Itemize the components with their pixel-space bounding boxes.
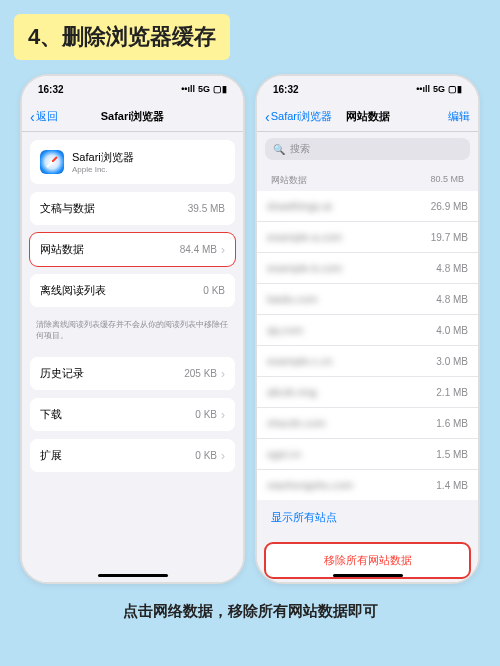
- search-placeholder: 搜索: [290, 142, 310, 156]
- site-host: example-c.cn: [267, 355, 436, 367]
- site-size: 4.8 MB: [436, 263, 468, 274]
- app-info-row: Safari浏览器 Apple Inc.: [30, 140, 235, 184]
- offline-note: 清除离线阅读列表缓存并不会从你的阅读列表中移除任何项目。: [22, 315, 243, 349]
- chevron-left-icon: ‹: [30, 110, 35, 124]
- site-size: 2.1 MB: [436, 387, 468, 398]
- site-row[interactable]: alicdn.img2.1 MB: [257, 377, 478, 408]
- site-host: example-b.com: [267, 262, 436, 274]
- app-name: Safari浏览器: [72, 150, 134, 165]
- nav-bar: ‹ 返回 Safari浏览器: [22, 102, 243, 132]
- back-button[interactable]: ‹ 返回: [30, 109, 58, 124]
- nav-bar: ‹ Safari浏览器 网站数据 编辑: [257, 102, 478, 132]
- phone-left: 16:32 ••ıll 5G ▢▮ ‹ 返回 Safari浏览器: [20, 74, 245, 584]
- site-host: example-a.com: [267, 231, 431, 243]
- site-host: sgsl.cn: [267, 448, 436, 460]
- chevron-right-icon: ›: [221, 408, 225, 422]
- app-vendor: Apple Inc.: [72, 165, 134, 174]
- row-value: 205 KB: [184, 368, 217, 379]
- site-size: 26.9 MB: [431, 201, 468, 212]
- section-total: 80.5 MB: [430, 174, 464, 187]
- remove-all-button[interactable]: 移除所有网站数据: [265, 543, 470, 578]
- search-input[interactable]: 🔍 搜索: [265, 138, 470, 160]
- site-row[interactable]: example-b.com4.8 MB: [257, 253, 478, 284]
- back-label: Safari浏览器: [271, 109, 333, 124]
- site-row[interactable]: sgsl.cn1.5 MB: [257, 439, 478, 470]
- section-header: 网站数据 80.5 MB: [257, 166, 478, 191]
- safari-icon: [40, 150, 64, 174]
- row-label: 网站数据: [40, 242, 180, 257]
- row-label: 历史记录: [40, 366, 184, 381]
- site-row[interactable]: xhscdn.com1.6 MB: [257, 408, 478, 439]
- network-icon: 5G: [433, 84, 445, 94]
- edit-button[interactable]: 编辑: [448, 109, 470, 124]
- section-label: 网站数据: [271, 174, 307, 187]
- battery-icon: ▢▮: [213, 84, 227, 94]
- site-size: 1.5 MB: [436, 449, 468, 460]
- site-row[interactable]: xiaohongshu.com1.4 MB: [257, 470, 478, 500]
- phone-right: 16:32 ••ıll 5G ▢▮ ‹ Safari浏览器 网站数据 编辑 🔍: [255, 74, 480, 584]
- row-history[interactable]: 历史记录 205 KB ›: [30, 357, 235, 390]
- show-all-sites-link[interactable]: 显示所有站点: [257, 500, 478, 535]
- site-size: 4.0 MB: [436, 325, 468, 336]
- row-value: 0 KB: [203, 285, 225, 296]
- back-label: 返回: [36, 109, 58, 124]
- caption: 点击网络数据，移除所有网站数据即可: [14, 602, 486, 621]
- row-docs-data[interactable]: 文稿与数据 39.5 MB: [30, 192, 235, 225]
- row-downloads[interactable]: 下载 0 KB ›: [30, 398, 235, 431]
- site-size: 1.4 MB: [436, 480, 468, 491]
- status-bar: 16:32 ••ıll 5G ▢▮: [22, 76, 243, 102]
- site-row[interactable]: qq.com4.0 MB: [257, 315, 478, 346]
- row-label: 文稿与数据: [40, 201, 188, 216]
- site-host: qq.com: [267, 324, 436, 336]
- chevron-right-icon: ›: [221, 243, 225, 257]
- site-row[interactable]: baidu.com4.8 MB: [257, 284, 478, 315]
- site-size: 4.8 MB: [436, 294, 468, 305]
- chevron-right-icon: ›: [221, 449, 225, 463]
- network-icon: 5G: [198, 84, 210, 94]
- site-size: 19.7 MB: [431, 232, 468, 243]
- site-size: 3.0 MB: [436, 356, 468, 367]
- status-time: 16:32: [38, 84, 64, 95]
- row-label: 扩展: [40, 448, 195, 463]
- status-bar: 16:32 ••ıll 5G ▢▮: [257, 76, 478, 102]
- site-host: xhscdn.com: [267, 417, 436, 429]
- row-label: 下载: [40, 407, 195, 422]
- step-banner: 4、删除浏览器缓存: [14, 14, 230, 60]
- site-size: 1.6 MB: [436, 418, 468, 429]
- row-label: 离线阅读列表: [40, 283, 203, 298]
- phone-pair: 16:32 ••ıll 5G ▢▮ ‹ 返回 Safari浏览器: [14, 74, 486, 584]
- search-icon: 🔍: [273, 144, 285, 155]
- chevron-right-icon: ›: [221, 367, 225, 381]
- site-host: baidu.com: [267, 293, 436, 305]
- site-row[interactable]: drawthings.ai26.9 MB: [257, 191, 478, 222]
- battery-icon: ▢▮: [448, 84, 462, 94]
- row-offline-reading[interactable]: 离线阅读列表 0 KB: [30, 274, 235, 307]
- site-row[interactable]: example-c.cn3.0 MB: [257, 346, 478, 377]
- site-host: xiaohongshu.com: [267, 479, 436, 491]
- site-row[interactable]: example-a.com19.7 MB: [257, 222, 478, 253]
- chevron-left-icon: ‹: [265, 110, 270, 124]
- home-indicator[interactable]: [333, 574, 403, 577]
- row-value: 0 KB: [195, 450, 217, 461]
- row-value: 0 KB: [195, 409, 217, 420]
- signal-icon: ••ıll: [181, 84, 195, 94]
- row-value: 84.4 MB: [180, 244, 217, 255]
- row-website-data[interactable]: 网站数据 84.4 MB ›: [30, 233, 235, 266]
- back-button[interactable]: ‹ Safari浏览器: [265, 109, 332, 124]
- row-extensions[interactable]: 扩展 0 KB ›: [30, 439, 235, 472]
- site-host: alicdn.img: [267, 386, 436, 398]
- sites-list: drawthings.ai26.9 MBexample-a.com19.7 MB…: [257, 191, 478, 500]
- site-host: drawthings.ai: [267, 200, 431, 212]
- status-time: 16:32: [273, 84, 299, 95]
- row-value: 39.5 MB: [188, 203, 225, 214]
- signal-icon: ••ıll: [416, 84, 430, 94]
- home-indicator[interactable]: [98, 574, 168, 577]
